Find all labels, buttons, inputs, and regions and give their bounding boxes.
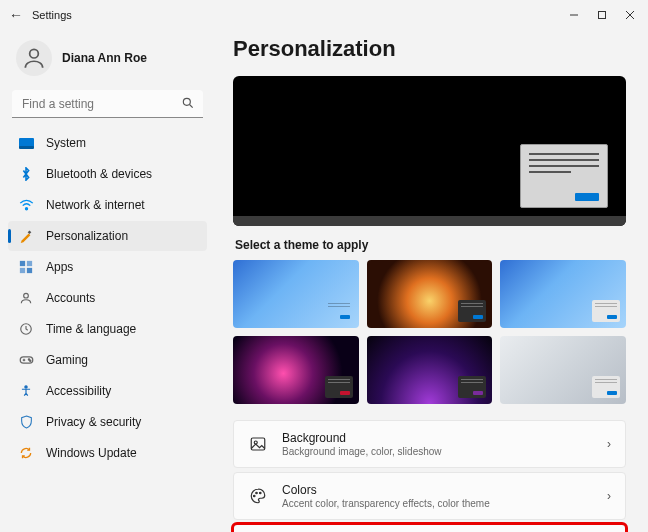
chevron-right-icon: › <box>607 489 611 503</box>
svg-rect-13 <box>20 268 25 273</box>
main-content: Personalization Select a theme to apply … <box>215 30 648 532</box>
search-box[interactable] <box>12 90 203 118</box>
svg-point-20 <box>25 386 27 388</box>
bluetooth-icon <box>18 166 34 182</box>
nav-gaming[interactable]: Gaming <box>8 345 207 375</box>
svg-point-23 <box>254 495 256 497</box>
svg-rect-10 <box>28 230 32 234</box>
preview-taskbar <box>233 216 626 226</box>
svg-rect-1 <box>599 12 606 19</box>
accessibility-icon <box>18 383 34 399</box>
apps-icon <box>18 259 34 275</box>
nav-time[interactable]: Time & language <box>8 314 207 344</box>
window-title: Settings <box>32 9 72 21</box>
paintbrush-icon <box>18 228 34 244</box>
minimize-button[interactable] <box>560 3 588 27</box>
theme-option[interactable] <box>233 260 359 328</box>
nav-accessibility[interactable]: Accessibility <box>8 376 207 406</box>
themes-label: Select a theme to apply <box>235 238 626 252</box>
shield-icon <box>18 414 34 430</box>
back-button[interactable]: ← <box>4 7 28 23</box>
image-icon <box>248 434 268 454</box>
svg-point-9 <box>25 208 27 210</box>
nav-personalization[interactable]: Personalization <box>8 221 207 251</box>
nav-label: Accounts <box>46 291 95 305</box>
nav-label: Personalization <box>46 229 128 243</box>
theme-option[interactable] <box>500 260 626 328</box>
nav-label: Network & internet <box>46 198 145 212</box>
chevron-right-icon: › <box>607 437 611 451</box>
theme-grid <box>233 260 626 404</box>
svg-rect-8 <box>19 146 34 149</box>
card-background[interactable]: Background Background image, color, slid… <box>233 420 626 468</box>
search-input[interactable] <box>12 90 203 118</box>
nav-update[interactable]: Windows Update <box>8 438 207 468</box>
svg-point-5 <box>183 98 190 105</box>
card-title: Colors <box>282 483 593 497</box>
theme-option[interactable] <box>500 336 626 404</box>
card-colors[interactable]: Colors Accent color, transparency effect… <box>233 472 626 520</box>
theme-option[interactable] <box>367 336 493 404</box>
nav-system[interactable]: System <box>8 128 207 158</box>
card-title: Background <box>282 431 593 445</box>
gaming-icon <box>18 352 34 368</box>
search-icon <box>181 96 195 113</box>
wifi-icon <box>18 197 34 213</box>
accounts-icon <box>18 290 34 306</box>
nav-label: Apps <box>46 260 73 274</box>
svg-line-6 <box>190 105 193 108</box>
card-subtitle: Accent color, transparency effects, colo… <box>282 498 593 509</box>
svg-point-15 <box>24 293 29 298</box>
svg-rect-14 <box>27 268 32 273</box>
system-icon <box>18 135 34 151</box>
desktop-preview <box>233 76 626 226</box>
nav-label: Bluetooth & devices <box>46 167 152 181</box>
user-profile[interactable]: Diana Ann Roe <box>8 36 207 90</box>
svg-point-25 <box>260 492 262 494</box>
preview-window <box>520 144 608 208</box>
nav-label: Accessibility <box>46 384 111 398</box>
clock-icon <box>18 321 34 337</box>
update-icon <box>18 445 34 461</box>
svg-point-19 <box>29 360 30 361</box>
theme-option[interactable] <box>367 260 493 328</box>
card-themes[interactable]: Themes Install, create, manage › <box>233 524 626 532</box>
page-title: Personalization <box>233 36 626 62</box>
nav-accounts[interactable]: Accounts <box>8 283 207 313</box>
sidebar: Diana Ann Roe System Bluetooth & devices… <box>0 30 215 532</box>
user-name: Diana Ann Roe <box>62 51 147 65</box>
nav-list: System Bluetooth & devices Network & int… <box>8 128 207 468</box>
svg-point-4 <box>30 49 39 58</box>
nav-label: System <box>46 136 86 150</box>
svg-rect-12 <box>27 261 32 266</box>
nav-apps[interactable]: Apps <box>8 252 207 282</box>
svg-point-24 <box>256 492 258 494</box>
close-button[interactable] <box>616 3 644 27</box>
nav-label: Gaming <box>46 353 88 367</box>
avatar <box>16 40 52 76</box>
nav-network[interactable]: Network & internet <box>8 190 207 220</box>
svg-rect-21 <box>251 438 265 450</box>
maximize-button[interactable] <box>588 3 616 27</box>
card-subtitle: Background image, color, slideshow <box>282 446 593 457</box>
palette-icon <box>248 486 268 506</box>
theme-option[interactable] <box>233 336 359 404</box>
nav-label: Privacy & security <box>46 415 141 429</box>
nav-privacy[interactable]: Privacy & security <box>8 407 207 437</box>
nav-label: Time & language <box>46 322 136 336</box>
settings-cards: Background Background image, color, slid… <box>233 420 626 532</box>
svg-rect-11 <box>20 261 25 266</box>
nav-label: Windows Update <box>46 446 137 460</box>
nav-bluetooth[interactable]: Bluetooth & devices <box>8 159 207 189</box>
